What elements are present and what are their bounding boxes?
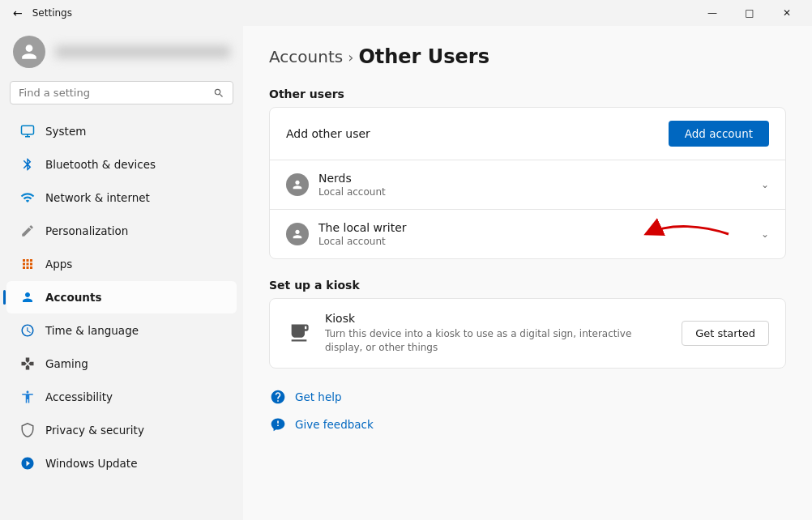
search-icon <box>213 87 224 99</box>
help-links: Get help Give feedback <box>269 388 786 433</box>
sidebar-item-label-apps: Apps <box>45 258 72 271</box>
titlebar-left: ← Settings <box>10 5 72 21</box>
sidebar-item-privacy[interactable]: Privacy & security <box>6 414 237 446</box>
kiosk-section-title: Set up a kiosk <box>269 279 786 292</box>
user-avatar-localwriter <box>286 223 309 245</box>
sidebar-nav: System Bluetooth & devices Network & <box>0 114 243 514</box>
apps-icon <box>19 256 36 272</box>
sidebar-item-bluetooth[interactable]: Bluetooth & devices <box>6 148 237 181</box>
kiosk-title: Kiosk <box>325 312 669 325</box>
search-box[interactable] <box>10 81 233 104</box>
add-other-user-label: Add other user <box>286 127 370 140</box>
svg-rect-0 <box>22 126 34 134</box>
kiosk-section-gap: Set up a kiosk Kiosk Turn this device in… <box>269 279 786 369</box>
minimize-button[interactable]: — <box>694 0 731 26</box>
sidebar-item-personalization[interactable]: Personalization <box>6 215 237 247</box>
content-area: Accounts › Other Users Other users Add o… <box>243 26 812 520</box>
accessibility-icon <box>19 389 36 405</box>
privacy-icon <box>19 422 36 438</box>
get-started-button[interactable]: Get started <box>682 321 769 346</box>
chevron-down-icon-nerds: ⌄ <box>761 179 769 190</box>
personalization-icon <box>19 223 36 239</box>
breadcrumb-separator: › <box>348 49 353 66</box>
get-help-icon <box>269 388 287 406</box>
sidebar-item-accessibility[interactable]: Accessibility <box>6 381 237 413</box>
user-info-localwriter: The local writer Local account <box>318 221 751 247</box>
sidebar-item-label-bluetooth: Bluetooth & devices <box>45 158 156 171</box>
sidebar-item-gaming[interactable]: Gaming <box>6 347 237 380</box>
update-icon <box>19 455 36 471</box>
kiosk-icon <box>286 320 312 346</box>
gaming-icon <box>19 356 36 372</box>
network-icon <box>19 190 36 206</box>
maximize-button[interactable]: □ <box>731 0 768 26</box>
close-button[interactable]: ✕ <box>768 0 806 26</box>
kiosk-card: Kiosk Turn this device into a kiosk to u… <box>269 298 786 369</box>
sidebar-item-time-language[interactable]: Time & language <box>6 314 237 347</box>
breadcrumb-parent[interactable]: Accounts <box>269 47 343 66</box>
breadcrumb: Accounts › Other Users <box>269 45 786 68</box>
other-users-title: Other users <box>269 87 786 100</box>
user-name-nerds: Nerds <box>318 172 751 185</box>
sidebar-item-label-personalization: Personalization <box>45 224 128 237</box>
sidebar-item-label-network: Network & internet <box>45 191 150 204</box>
main-layout: System Bluetooth & devices Network & <box>0 26 812 520</box>
sidebar: System Bluetooth & devices Network & <box>0 26 243 520</box>
back-button[interactable]: ← <box>10 5 26 21</box>
sidebar-item-apps[interactable]: Apps <box>6 248 237 280</box>
sidebar-item-label-system: System <box>45 125 86 138</box>
add-account-button[interactable]: Add account <box>669 121 769 147</box>
sidebar-item-label-accessibility: Accessibility <box>45 390 113 403</box>
give-feedback-label: Give feedback <box>295 418 374 431</box>
sidebar-item-label-update: Windows Update <box>45 457 137 470</box>
sidebar-item-label-time: Time & language <box>45 324 139 337</box>
give-feedback-icon <box>269 416 287 433</box>
user-type-localwriter: Local account <box>318 236 751 247</box>
give-feedback-link[interactable]: Give feedback <box>269 416 786 433</box>
user-avatar-nerds <box>286 173 309 196</box>
accounts-icon <box>19 289 36 305</box>
other-users-card: Add other user Add account Nerds Local a… <box>269 107 786 259</box>
kiosk-info: Kiosk Turn this device into a kiosk to u… <box>325 312 669 355</box>
sidebar-item-accounts[interactable]: Accounts <box>6 281 237 313</box>
sidebar-item-label-gaming: Gaming <box>45 357 88 370</box>
time-icon <box>19 322 36 339</box>
username-blurred <box>55 45 230 58</box>
get-help-label: Get help <box>295 390 342 403</box>
sidebar-item-windows-update[interactable]: Windows Update <box>6 447 237 480</box>
user-row-localwriter[interactable]: The local writer Local account ⌄ <box>270 209 785 258</box>
kiosk-description: Turn this device into a kiosk to use as … <box>325 327 669 355</box>
sidebar-item-label-accounts: Accounts <box>45 291 101 304</box>
chevron-down-icon-localwriter: ⌄ <box>761 228 769 240</box>
titlebar: ← Settings — □ ✕ <box>0 0 812 26</box>
app-title: Settings <box>32 7 72 19</box>
user-info-nerds: Nerds Local account <box>318 172 751 198</box>
system-icon <box>19 123 36 139</box>
add-user-row: Add other user Add account <box>270 108 785 160</box>
search-input[interactable] <box>19 87 208 99</box>
breadcrumb-current: Other Users <box>358 45 489 68</box>
titlebar-controls: — □ ✕ <box>694 0 806 26</box>
user-row-nerds[interactable]: Nerds Local account ⌄ <box>270 160 785 209</box>
sidebar-user[interactable] <box>0 26 243 81</box>
sidebar-item-label-privacy: Privacy & security <box>45 424 144 437</box>
bluetooth-icon <box>19 156 36 173</box>
user-name-localwriter: The local writer <box>318 221 751 234</box>
sidebar-item-system[interactable]: System <box>6 115 237 147</box>
avatar <box>13 36 45 68</box>
get-help-link[interactable]: Get help <box>269 388 786 406</box>
sidebar-item-network[interactable]: Network & internet <box>6 181 237 214</box>
user-type-nerds: Local account <box>318 186 751 198</box>
